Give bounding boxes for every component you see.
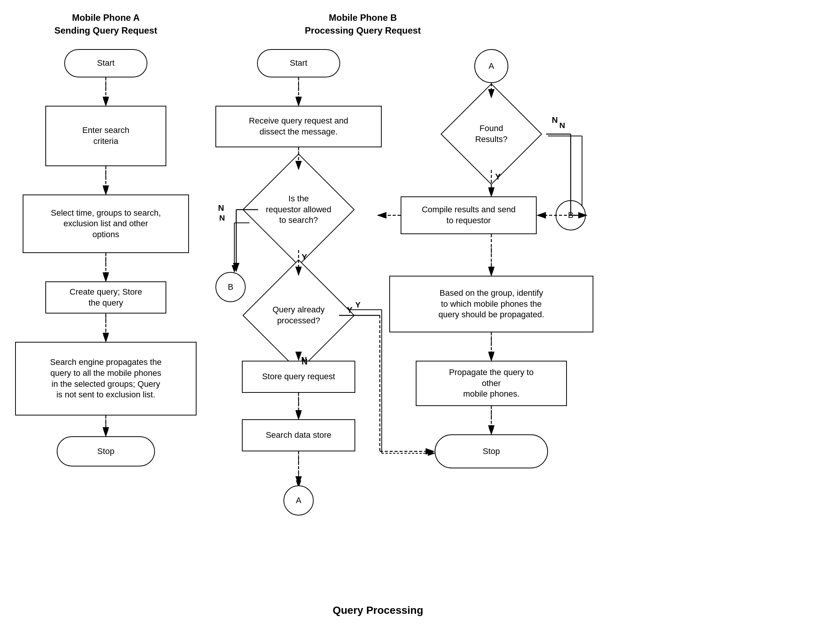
b-allowed-text: Is therequestor allowedto search? [234,170,363,249]
n-label-already: N [302,357,308,367]
a-stop-oval: Stop [57,436,155,466]
title-phone-b: Mobile Phone BProcessing Query Request [212,11,514,37]
n-label-allowed: N [218,203,224,213]
c-compile-rect: Compile results and sendto requestor [401,196,537,234]
y-label-found: Y [495,172,501,182]
b-already-text: Query alreadyprocessed? [234,276,363,355]
n-label-found: N [552,115,558,125]
a-start-oval: Start [64,49,147,77]
b-store-rect: Store query request [242,361,355,393]
b-allowed-n-label: N [219,214,225,222]
c-found-text: FoundResults? [416,98,567,170]
c-found-n-label: N [559,121,565,130]
a-select-rect: Select time, groups to search,exclusion … [23,194,189,253]
caption: Query Processing [265,604,491,616]
b-data-rect: Search data store [242,419,355,452]
b-circle-a: A [284,485,314,515]
diagram-container: Mobile Phone ASending Query Request Mobi… [0,0,836,644]
c-propagate-rect: Propagate the query toothermobile phones… [416,361,567,406]
a-create-rect: Create query; Storethe query [45,281,166,313]
a-enter-rect: Enter searchcriteria [45,106,166,166]
c-identify-rect: Based on the group, identifyto which mob… [389,276,593,333]
y-label-allowed: Y [302,252,307,262]
b-already-y-label: Y [355,300,361,309]
b-start-oval: Start [257,49,340,77]
c-circle-a: A [474,49,508,83]
title-phone-a: Mobile Phone ASending Query Request [38,11,174,37]
y-label-already: Y [347,305,353,315]
a-search-rect: Search engine propagates thequery to all… [15,342,196,416]
b-receive-rect: Receive query request anddissect the mes… [216,106,382,147]
c-circle-b: B [555,200,586,230]
c-stop-oval: Stop [434,434,548,468]
